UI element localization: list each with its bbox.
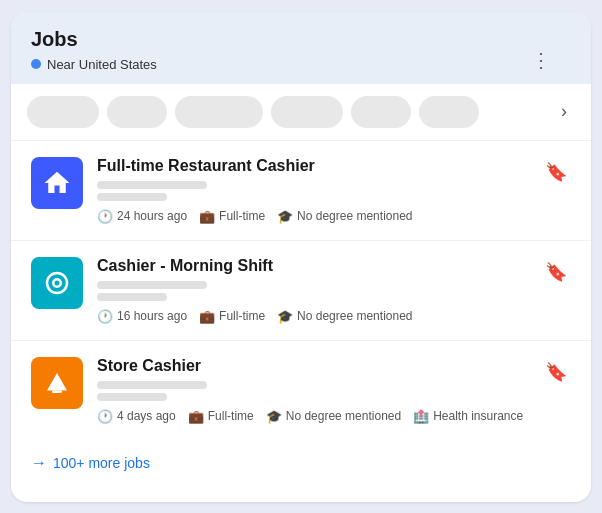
jobs-list: Full-time Restaurant Cashier 🕐 24 hours … (11, 141, 591, 440)
briefcase-icon-3: 💼 (188, 409, 204, 424)
bookmark-button-1[interactable]: 🔖 (541, 157, 571, 187)
job-health-insurance: 🏥 Health insurance (413, 409, 523, 424)
bookmark-button-2[interactable]: 🔖 (541, 257, 571, 287)
job-item-1[interactable]: Full-time Restaurant Cashier 🕐 24 hours … (11, 141, 591, 241)
job-info-2: Cashier - Morning Shift 🕐 16 hours ago 💼… (97, 257, 533, 324)
job-info-3: Store Cashier 🕐 4 days ago 💼 Full-time 🎓… (97, 357, 533, 424)
bookmark-button-3[interactable]: 🔖 (541, 357, 571, 387)
job-type-3: 💼 Full-time (188, 409, 254, 424)
job-type-2: 💼 Full-time (199, 309, 265, 324)
filter-chip-5[interactable] (351, 96, 411, 128)
job-company-bar-short-2 (97, 293, 167, 301)
degree-icon-1: 🎓 (277, 209, 293, 224)
job-title-1: Full-time Restaurant Cashier (97, 157, 533, 175)
jobs-card: Jobs Near United States ⋮ › (11, 12, 591, 502)
svg-rect-4 (52, 390, 62, 393)
job-time-2: 🕐 16 hours ago (97, 309, 187, 324)
degree-icon-3: 🎓 (266, 409, 282, 424)
more-jobs-label: 100+ more jobs (53, 455, 150, 471)
job-logo-1 (31, 157, 83, 209)
job-company-bar-short-3 (97, 393, 167, 401)
job-title-2: Cashier - Morning Shift (97, 257, 533, 275)
job-company-bar-1 (97, 181, 207, 189)
job-meta-3: 🕐 4 days ago 💼 Full-time 🎓 No degree men… (97, 409, 533, 424)
target-icon (42, 268, 72, 298)
more-jobs-row: → 100+ more jobs (11, 440, 591, 486)
clock-icon-1: 🕐 (97, 209, 113, 224)
filter-next-button[interactable]: › (553, 97, 575, 126)
job-meta-1: 🕐 24 hours ago 💼 Full-time 🎓 No degree m… (97, 209, 533, 224)
page-title: Jobs (31, 28, 571, 51)
job-item-3[interactable]: Store Cashier 🕐 4 days ago 💼 Full-time 🎓… (11, 341, 591, 440)
job-item-2[interactable]: Cashier - Morning Shift 🕐 16 hours ago 💼… (11, 241, 591, 341)
job-time-3: 🕐 4 days ago (97, 409, 176, 424)
more-jobs-link[interactable]: → 100+ more jobs (31, 454, 150, 472)
filter-chip-6[interactable] (419, 96, 479, 128)
degree-icon-2: 🎓 (277, 309, 293, 324)
filters-row: › (11, 84, 591, 141)
job-info-1: Full-time Restaurant Cashier 🕐 24 hours … (97, 157, 533, 224)
health-icon: 🏥 (413, 409, 429, 424)
job-meta-2: 🕐 16 hours ago 💼 Full-time 🎓 No degree m… (97, 309, 533, 324)
briefcase-icon-1: 💼 (199, 209, 215, 224)
filter-chip-4[interactable] (271, 96, 343, 128)
job-type-1: 💼 Full-time (199, 209, 265, 224)
job-company-bar-2 (97, 281, 207, 289)
job-edu-3: 🎓 No degree mentioned (266, 409, 401, 424)
briefcase-icon-2: 💼 (199, 309, 215, 324)
location-text: Near United States (47, 57, 157, 72)
clock-icon-2: 🕐 (97, 309, 113, 324)
job-edu-2: 🎓 No degree mentioned (277, 309, 412, 324)
svg-point-2 (55, 280, 60, 285)
job-logo-2 (31, 257, 83, 309)
job-company-bar-3 (97, 381, 207, 389)
svg-marker-3 (47, 373, 67, 391)
filter-chip-2[interactable] (107, 96, 167, 128)
location-row: Near United States (31, 57, 571, 72)
house-icon (42, 168, 72, 198)
arrow-right-icon: → (31, 454, 47, 472)
job-logo-3 (31, 357, 83, 409)
cone-icon (42, 368, 72, 398)
location-dot-icon (31, 59, 41, 69)
filter-chip-3[interactable] (175, 96, 263, 128)
job-company-bar-short-1 (97, 193, 167, 201)
job-edu-1: 🎓 No degree mentioned (277, 209, 412, 224)
job-title-3: Store Cashier (97, 357, 533, 375)
card-header: Jobs Near United States ⋮ (11, 12, 591, 84)
clock-icon-3: 🕐 (97, 409, 113, 424)
job-time-1: 🕐 24 hours ago (97, 209, 187, 224)
filter-chip-1[interactable] (27, 96, 99, 128)
more-options-button[interactable]: ⋮ (527, 44, 555, 76)
